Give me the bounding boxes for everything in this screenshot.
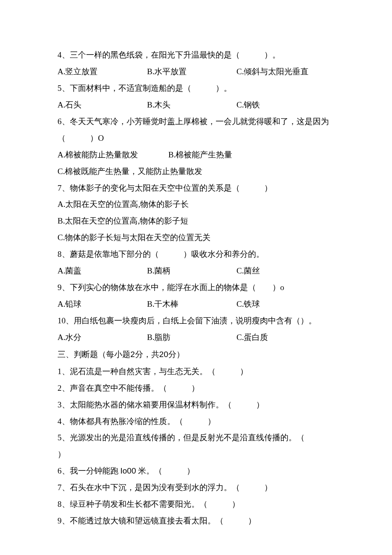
section-3-two: 2	[130, 350, 135, 359]
judge-8: 8、绿豆种子萌发和生长都不需要阳光。（ ）	[58, 496, 334, 513]
q6-options-row1: A.棉被能防止热量散发 B.棉被能产生热量	[58, 147, 334, 163]
q9-option-a: A.铅球	[58, 296, 147, 313]
q6-stem-line2: （ ）O	[58, 130, 334, 147]
judge-7: 7、石头在水中下沉，是因为没有受到水的浮力。（ ）	[58, 479, 334, 496]
judge-6: 6、我一分钟能跑 Io00 米。（ ）	[58, 463, 334, 479]
q8-stem: 8、蘑菇是依靠地下部分的（ ）吸收水分和养分的。	[58, 246, 334, 263]
q8-option-a: A.菌盖	[58, 263, 147, 279]
q5-options: A.石头 B.木头 C.钢铁	[58, 97, 334, 113]
q5-option-a: A.石头	[58, 97, 147, 113]
judge-6-b: Io00	[120, 466, 136, 475]
q7-option-b: B.太阳在天空的位置高,物体的影子短	[58, 213, 334, 230]
q4-option-a: A.竖立放置	[58, 64, 147, 80]
q9-stem: 9、下列实心的物体放在水中，能浮在水面上的物体是（ ）o	[58, 279, 334, 296]
q4-option-c: C.倾斜与太阳光垂直	[236, 64, 334, 80]
section-3-heading: 三、判断题（每小题2分，共20分）	[58, 346, 334, 363]
q4-options: A.竖立放置 B.水平放置 C.倾斜与太阳光垂直	[58, 64, 334, 80]
judge-4: 4、物体都具有热胀冷缩的性质。（ ）	[58, 413, 334, 430]
q9-option-c: C.铁球	[236, 296, 334, 313]
q6-option-c: C.棉被既能产生热量，又能防止热量散发	[58, 163, 334, 180]
judge-6-a: 6、我一分钟能跑	[58, 466, 118, 475]
judge-9: 9、不能透过放大镜和望远镜直接去看太阳。（ ）	[58, 513, 334, 529]
q7-option-c: C.物体的影子长短与太阳在天空的位置无关	[58, 230, 334, 246]
q4-option-b: B.水平放置	[147, 64, 236, 80]
q7-stem: 7、物体影子的变化与太阳在天空中位置的关系是（ ）	[58, 180, 334, 197]
q6-stem-line1: 6、冬天天气寒冷，小芳睡觉时盖上厚棉被，一会儿就觉得暖和了，这是因为	[58, 113, 334, 130]
judge-1: 1、泥石流是一种自然灾害，与生态无关。（ ）	[58, 363, 334, 380]
q5-option-b: B.木头	[147, 97, 236, 113]
page-content: 4、三个一样的黑色纸袋，在阳光下升温最快的是（ ）。 A.竖立放置 B.水平放置…	[0, 0, 392, 555]
q10-option-c: C.蛋白质	[236, 329, 334, 346]
q6-option-b: B.棉被能产生热量	[168, 147, 232, 163]
q4-stem: 4、三个一样的黑色纸袋，在阳光下升温最快的是（ ）。	[58, 47, 334, 64]
q10-stem: 10、用白纸包裹一块瘦肉后，白纸上会留下油渍，说明瘦肉中含有（）。	[58, 313, 334, 329]
q8-option-b: B.菌柄	[147, 263, 236, 279]
section-3-prefix: 三、判断题（每小题	[58, 350, 130, 359]
judge-6-c: 米。（ ）	[138, 466, 195, 475]
q10-option-a: A.水分	[58, 329, 147, 346]
q6-option-a: A.棉被能防止热量散发	[58, 147, 168, 163]
q5-stem: 5、下面材料中，不适宜制造船的是（ ）。	[58, 80, 334, 97]
section-3-suffix: 分）	[168, 350, 184, 359]
q9-options: A.铅球 B.干木棒 C.铁球	[58, 296, 334, 313]
judge-5: 5、光源发出的光是沿直线传播的，但是反射光不是沿直线传播的。（ ）	[58, 430, 334, 463]
judge-2: 2、声音在真空中不能传播。（ ）	[58, 380, 334, 397]
q10-options: A.水分 B.脂肪 C.蛋白质	[58, 329, 334, 346]
q8-option-c: C.菌丝	[236, 263, 334, 279]
q10-option-b: B.脂肪	[147, 329, 236, 346]
q7-option-a: A.太阳在天空的位置高,物体的影子长	[58, 196, 334, 213]
section-3-mid: 分，共	[135, 350, 159, 359]
section-3-twenty: 20	[159, 350, 168, 359]
judge-3: 3、太阳能热水器的储水箱要用保温材料制作。（ ）	[58, 397, 334, 413]
q5-option-c: C.钢铁	[236, 97, 334, 113]
q9-option-b: B.干木棒	[147, 296, 236, 313]
q8-options: A.菌盖 B.菌柄 C.菌丝	[58, 263, 334, 279]
